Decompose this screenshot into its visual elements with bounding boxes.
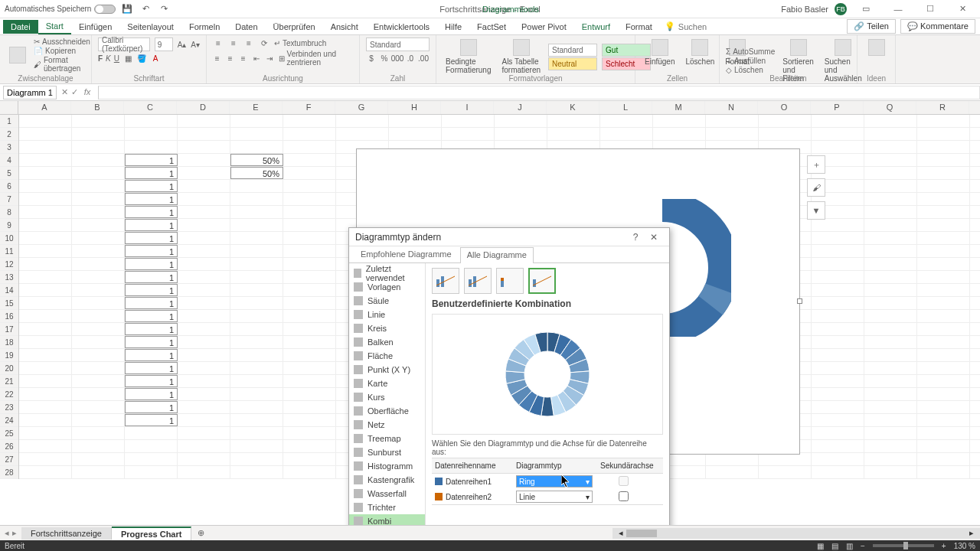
cell[interactable] — [812, 284, 864, 296]
cell[interactable] — [812, 466, 864, 478]
cell[interactable]: 1 — [125, 245, 178, 257]
dialog-tab-all[interactable]: Alle Diagramme — [460, 247, 534, 263]
cell[interactable] — [917, 466, 970, 478]
cell[interactable] — [72, 388, 125, 400]
cell[interactable] — [812, 141, 864, 153]
cell[interactable] — [178, 180, 230, 192]
name-box[interactable] — [3, 86, 57, 99]
cell[interactable] — [178, 115, 230, 127]
cell[interactable] — [812, 271, 864, 283]
chart-type-item[interactable]: Netz — [349, 418, 425, 432]
add-sheet-icon[interactable]: ⊕ — [191, 527, 211, 540]
subtype-1[interactable] — [432, 268, 459, 294]
column-header[interactable]: Q — [864, 101, 916, 114]
cell[interactable]: 1 — [125, 362, 178, 374]
align-bot-icon[interactable]: ≡ — [243, 37, 254, 48]
row-header[interactable]: 13 — [0, 271, 18, 284]
cell[interactable] — [72, 440, 125, 452]
chart-type-item[interactable]: Trichter — [349, 500, 425, 514]
tab-ansicht[interactable]: Ansicht — [323, 20, 366, 34]
cell[interactable] — [283, 375, 336, 387]
border-icon[interactable]: ▦ — [122, 53, 133, 64]
cell[interactable] — [72, 284, 125, 296]
cell[interactable] — [283, 427, 336, 439]
cells-area[interactable]: 150%150%1111111111111111111 ＋ 🖌 ▼ — [19, 115, 980, 479]
cell[interactable] — [495, 115, 547, 127]
toggle-icon[interactable] — [94, 5, 116, 14]
cell[interactable] — [19, 388, 72, 400]
chart-type-item[interactable]: Histogramm — [349, 459, 425, 473]
cut-button[interactable]: ✂ Ausschneiden — [34, 37, 90, 46]
cell[interactable] — [19, 154, 72, 166]
cell[interactable]: 1 — [125, 323, 178, 335]
cell[interactable] — [864, 414, 917, 426]
cell[interactable] — [864, 375, 917, 387]
row-header[interactable]: 19 — [0, 349, 18, 362]
comments-button[interactable]: 💬 Kommentare — [900, 19, 975, 34]
chart-type-item[interactable]: Balken — [349, 335, 425, 349]
row-header[interactable]: 18 — [0, 336, 18, 349]
row-header[interactable]: 22 — [0, 388, 18, 401]
cell[interactable] — [917, 453, 970, 465]
cell[interactable] — [72, 258, 125, 270]
cell[interactable] — [72, 193, 125, 205]
cell[interactable] — [442, 128, 495, 140]
cell[interactable] — [72, 206, 125, 218]
select-all-corner[interactable] — [0, 101, 18, 114]
cell[interactable] — [812, 388, 864, 400]
cell[interactable] — [230, 362, 283, 374]
cell[interactable] — [283, 336, 336, 348]
cell[interactable]: 1 — [125, 219, 178, 231]
cell[interactable]: 1 — [125, 258, 178, 270]
cell[interactable] — [917, 323, 970, 335]
cell[interactable] — [336, 115, 389, 127]
cell[interactable] — [864, 427, 917, 439]
cell[interactable] — [19, 167, 72, 179]
redo-icon[interactable]: ↷ — [157, 2, 171, 16]
cell[interactable] — [283, 167, 336, 179]
row-header[interactable]: 11 — [0, 245, 18, 258]
tab-datei[interactable]: Datei — [3, 20, 38, 34]
cell[interactable] — [864, 141, 917, 153]
cell[interactable] — [230, 258, 283, 270]
cell[interactable] — [230, 115, 283, 127]
cell[interactable] — [917, 206, 970, 218]
avatar[interactable]: FB — [835, 3, 847, 15]
column-header[interactable]: F — [283, 101, 335, 114]
cell[interactable] — [812, 453, 864, 465]
cell[interactable] — [19, 414, 72, 426]
style-standard[interactable]: Standard — [548, 44, 597, 57]
cell[interactable] — [283, 388, 336, 400]
inc-dec-icon[interactable]: .0 — [405, 53, 416, 64]
merge-center-button[interactable]: ⊞ Verbinden und zentrieren — [279, 50, 353, 67]
cell[interactable] — [283, 232, 336, 244]
cell[interactable] — [389, 115, 442, 127]
column-header[interactable]: R — [916, 101, 969, 114]
cell[interactable] — [72, 336, 125, 348]
row-header[interactable]: 20 — [0, 362, 18, 375]
cell[interactable]: 1 — [125, 297, 178, 309]
zoom-out-icon[interactable]: − — [861, 542, 865, 550]
column-header[interactable]: J — [494, 101, 547, 114]
cell[interactable] — [917, 154, 970, 166]
ideas-button[interactable] — [864, 37, 889, 57]
cell[interactable] — [72, 401, 125, 413]
bold-button[interactable]: F — [98, 54, 103, 63]
chart-type-item[interactable]: Wasserfall — [349, 487, 425, 500]
cell[interactable] — [72, 466, 125, 478]
fx-icon[interactable]: fx — [81, 87, 93, 97]
cell[interactable] — [230, 440, 283, 452]
cell[interactable] — [230, 219, 283, 231]
cell[interactable] — [864, 297, 917, 309]
cell[interactable] — [812, 375, 864, 387]
cell[interactable] — [917, 284, 970, 296]
cell[interactable]: 1 — [125, 388, 178, 400]
cell[interactable] — [178, 245, 230, 257]
cell[interactable] — [812, 440, 864, 452]
tab-ueberpruefen[interactable]: Überprüfen — [266, 20, 323, 34]
cell[interactable] — [178, 141, 230, 153]
chart-type-item[interactable]: Säule — [349, 294, 425, 308]
cell[interactable] — [178, 401, 230, 413]
cell[interactable] — [864, 193, 917, 205]
cell[interactable] — [812, 323, 864, 335]
